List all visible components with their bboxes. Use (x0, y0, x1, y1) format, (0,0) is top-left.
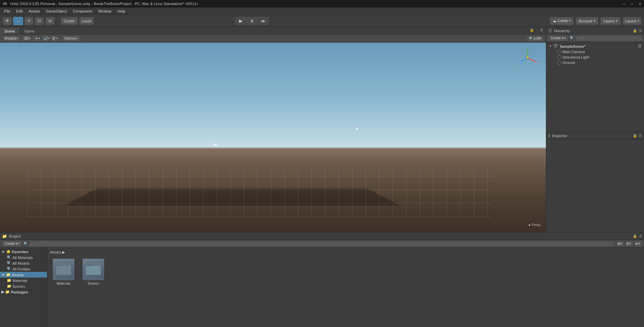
tree-section-favorites[interactable]: ▼ ⭐ Favorites (0, 249, 47, 255)
scene-arrow-icon: ▼ (549, 45, 552, 48)
tree-item-all-prefabs[interactable]: 🔍 All Prefabs (0, 266, 47, 272)
project-tree: ▼ ⭐ Favorites 🔍 All Materials 🔍 All Mode… (0, 247, 47, 327)
play-button[interactable]: ▶ (235, 17, 246, 25)
project-filter-btn-1[interactable]: ⊞ (617, 241, 624, 247)
toolbar: ✜ ↔ ↺ ⊡ ◎ Center Local ▶ ⏸ ⏭ ☁ Collab Ac… (0, 15, 644, 27)
menu-gameobject[interactable]: GameObject (43, 8, 70, 14)
hierarchy-item-ground[interactable]: Ground (546, 60, 644, 65)
tool-hand[interactable]: ✜ (3, 17, 12, 25)
search-all-dropdown[interactable]: 🔍 a:All (527, 36, 544, 42)
inspector-title: Inspector (552, 134, 567, 138)
project-filter-btn-2[interactable]: ⊟ (626, 241, 633, 247)
toolbar-sep-1 (58, 17, 58, 25)
asset-item-scenes[interactable]: Scenes (80, 259, 107, 285)
sun-icon: ✦ (355, 126, 359, 132)
maximize-button[interactable]: □ (631, 2, 633, 6)
account-dropdown[interactable]: Account (576, 17, 598, 25)
title-bar: 🎮 Unity 2018.4.12f1 Personal - SampleSce… (0, 0, 644, 7)
step-button[interactable]: ⏭ (258, 17, 269, 25)
inspector-content (546, 139, 644, 232)
ground-object-icon (557, 61, 561, 65)
materials-folder-label: Materials (57, 282, 71, 285)
project-create-button[interactable]: Create ▾ (2, 241, 22, 247)
axis-gizmo: Y X Z (518, 48, 538, 68)
scene-menu-icon[interactable]: ☰ (540, 28, 543, 32)
tree-section-assets[interactable]: ▼ 📁 Assets (0, 272, 47, 278)
hierarchy-search-input[interactable] (575, 35, 642, 41)
pause-button[interactable]: ⏸ (247, 17, 257, 25)
tree-section-packages[interactable]: ▶ 📁 Packages (0, 289, 47, 295)
assets-folder-icon: 📁 (6, 272, 11, 277)
project-search-input[interactable] (29, 241, 614, 247)
bottom-panel: 📁 Project 🔒 ☰ Create ▾ 🔍 ⊞ ⊟ ★ (0, 232, 644, 327)
tree-item-all-models[interactable]: 🔍 All Models (0, 260, 47, 266)
hierarchy-item-main-camera[interactable]: Main Camera (546, 49, 644, 54)
layout-dropdown[interactable]: Layout (623, 17, 641, 25)
hierarchy-lock-icon[interactable]: 🔒 (633, 29, 637, 32)
favorites-label: Favorites (12, 250, 28, 254)
hierarchy-scene-root[interactable]: ▼ 🎬 SampleScene* ☰ (546, 43, 644, 49)
project-assets-view: Assets ▶ Materials (47, 247, 644, 327)
scene-options-icon[interactable]: ☰ (638, 44, 641, 48)
scenes-folder-svg (85, 263, 101, 276)
inspector-panel: ℹ Inspector 🔒 ☰ (546, 132, 644, 232)
viewport-main: Scene Game 🔓 ☰ Shaded 2D ☀ (0, 27, 644, 327)
tool-move[interactable]: ↔ (13, 17, 23, 25)
hierarchy-scene-name: SampleScene* (560, 44, 585, 48)
hierarchy-panel-icon: ☰ (548, 28, 552, 33)
local-button[interactable]: Local (79, 17, 94, 25)
hierarchy-tree: ▼ 🎬 SampleScene* ☰ Main Camera (546, 42, 644, 132)
menu-window[interactable]: Window (95, 8, 114, 14)
inspector-lock-icon[interactable]: 🔒 (633, 134, 637, 137)
audio-button[interactable]: 🔊 (41, 36, 49, 42)
project-filter-btn-3[interactable]: ★ (635, 241, 642, 247)
center-button[interactable]: Center (61, 17, 78, 25)
effects-button[interactable]: 🌫 (50, 36, 58, 42)
tree-item-scenes-folder[interactable]: 📁 Scenes (0, 283, 47, 289)
gizmos-dropdown[interactable]: Gizmos (62, 36, 80, 42)
cloud-icon: ☁ (213, 141, 217, 147)
minimize-button[interactable]: — (622, 2, 626, 6)
shading-dropdown[interactable]: Shaded (2, 36, 20, 42)
inspector-menu-icon[interactable]: ☰ (639, 134, 642, 137)
menu-help[interactable]: Help (115, 8, 128, 14)
menu-assets[interactable]: Assets (26, 8, 43, 14)
menu-component[interactable]: Component (70, 8, 95, 14)
scene-lock-icon[interactable]: 🔓 (530, 28, 534, 32)
layers-dropdown[interactable]: Layers (600, 17, 621, 25)
assets-label: Assets (12, 273, 24, 277)
project-menu-icon[interactable]: ☰ (639, 234, 642, 238)
hierarchy-ground-label: Ground (562, 61, 575, 65)
view-tabs: Scene Game 🔓 ☰ (0, 27, 546, 35)
project-lock-icon[interactable]: 🔒 (633, 234, 637, 238)
tool-scale[interactable]: ⊡ (35, 17, 44, 25)
hierarchy-menu-icon[interactable]: ☰ (639, 29, 642, 32)
menu-file[interactable]: File (1, 8, 13, 14)
favorites-star-icon: ⭐ (6, 249, 11, 254)
inspector-panel-icon: ℹ (548, 133, 550, 138)
asset-item-materials[interactable]: Materials (50, 259, 77, 285)
project-panel-icon: 📁 (2, 234, 7, 239)
materials-folder-icon: 📁 (7, 278, 12, 283)
tool-rotate[interactable]: ↺ (24, 17, 33, 25)
menu-edit[interactable]: Edit (14, 8, 25, 14)
tab-scene[interactable]: Scene (0, 28, 19, 34)
hierarchy-create-button[interactable]: Create ▾ (548, 35, 568, 41)
layers-label: Layers (603, 19, 615, 23)
2d-button[interactable]: 2D (22, 36, 31, 42)
scene-icon-glyph: 🎬 (553, 44, 558, 48)
inspector-header: ℹ Inspector 🔒 ☰ (546, 132, 644, 139)
layout-label: Layout (625, 19, 636, 23)
lighting-button[interactable]: ☀ (32, 36, 40, 42)
tree-item-materials-folder[interactable]: 📁 Materials (0, 278, 47, 283)
collab-button[interactable]: ☁ Collab (550, 17, 574, 25)
hierarchy-item-directional-light[interactable]: Directional Light (546, 54, 644, 60)
tool-rect[interactable]: ◎ (45, 17, 55, 25)
hierarchy-directional-light-label: Directional Light (562, 55, 589, 59)
project-toolbar: Create ▾ 🔍 ⊞ ⊟ ★ (0, 240, 644, 247)
tab-game[interactable]: Game (20, 28, 39, 34)
close-button[interactable]: ✕ (639, 2, 641, 6)
all-models-search-icon: 🔍 (7, 261, 12, 265)
tree-item-all-materials[interactable]: 🔍 All Materials (0, 255, 47, 260)
scene-viewport[interactable]: ✦ ☁ ◄ Persp (0, 43, 546, 232)
